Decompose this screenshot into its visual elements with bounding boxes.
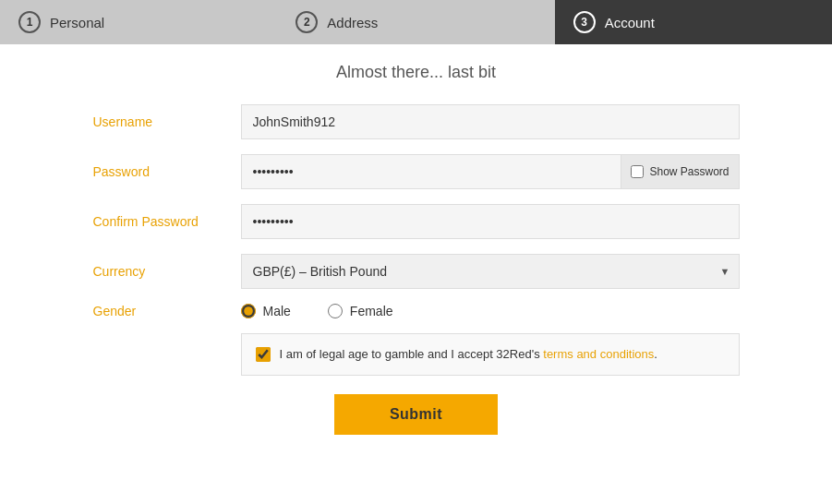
gender-female-label: Female — [350, 304, 393, 318]
step-personal[interactable]: 1 Personal — [0, 0, 277, 44]
terms-link[interactable]: terms and conditions — [543, 347, 654, 361]
step-2-circle: 2 — [295, 11, 318, 33]
terms-text-2: . — [654, 347, 657, 361]
password-input[interactable] — [241, 154, 622, 189]
step-1-label: Personal — [50, 15, 104, 30]
terms-box: I am of legal age to gamble and I accept… — [241, 333, 740, 376]
terms-text: I am of legal age to gamble and I accept… — [280, 345, 657, 364]
terms-text-1: I am of legal age to gamble and I accept… — [280, 347, 544, 361]
submit-row: Submit — [93, 394, 740, 435]
step-3-circle: 3 — [573, 11, 596, 33]
gender-row: Gender Male Female — [93, 304, 740, 318]
currency-select-wrapper: GBP(£) – British Pound USD($) – US Dolla… — [241, 254, 740, 289]
gender-male-label: Male — [263, 304, 291, 318]
terms-checkbox[interactable] — [256, 347, 271, 362]
gender-female-radio[interactable] — [328, 304, 343, 318]
password-row: Password Show Password — [93, 154, 740, 189]
gender-male-radio[interactable] — [241, 304, 256, 318]
currency-row: Currency GBP(£) – British Pound USD($) –… — [93, 254, 740, 289]
password-label: Password — [93, 164, 241, 179]
username-input[interactable] — [241, 104, 740, 139]
password-inner: Show Password — [241, 154, 740, 189]
username-control — [241, 104, 740, 139]
gender-male-option[interactable]: Male — [241, 304, 291, 318]
main-content: Almost there... last bit Username Passwo… — [66, 44, 767, 462]
username-row: Username — [93, 104, 740, 139]
confirm-password-control — [241, 204, 740, 239]
currency-select[interactable]: GBP(£) – British Pound USD($) – US Dolla… — [241, 254, 740, 289]
steps-nav: 1 Personal 2 Address 3 Account — [0, 0, 832, 44]
form-title: Almost there... last bit — [93, 63, 740, 82]
show-password-label: Show Password — [649, 165, 729, 178]
password-control: Show Password — [241, 154, 740, 189]
gender-female-option[interactable]: Female — [328, 304, 393, 318]
currency-control: GBP(£) – British Pound USD($) – US Dolla… — [241, 254, 740, 289]
confirm-password-input[interactable] — [241, 204, 740, 239]
currency-label: Currency — [93, 264, 241, 279]
gender-control: Male Female — [241, 304, 740, 318]
step-account[interactable]: 3 Account — [555, 0, 832, 44]
step-1-circle: 1 — [18, 11, 41, 33]
step-address[interactable]: 2 Address — [277, 0, 554, 44]
confirm-password-row: Confirm Password — [93, 204, 740, 239]
step-3-label: Account — [605, 15, 655, 30]
gender-label: Gender — [93, 304, 241, 318]
username-label: Username — [93, 114, 241, 129]
submit-button[interactable]: Submit — [334, 394, 498, 435]
confirm-password-label: Confirm Password — [93, 214, 241, 229]
show-password-btn[interactable]: Show Password — [621, 154, 739, 189]
gender-options: Male Female — [241, 304, 740, 318]
step-2-label: Address — [327, 15, 378, 30]
show-password-checkbox[interactable] — [631, 165, 644, 178]
